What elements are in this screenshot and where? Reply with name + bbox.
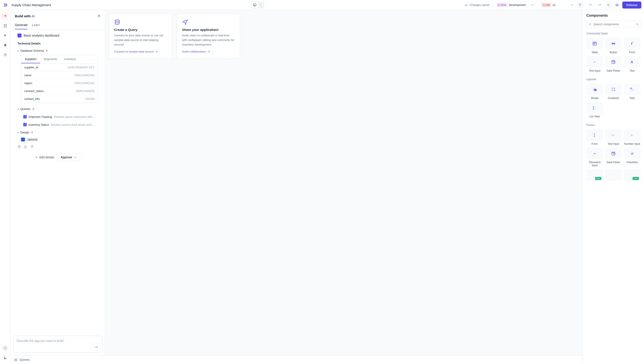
component-new-2[interactable]: New	[624, 169, 640, 181]
checkbox-analytics[interactable]: ✓	[18, 34, 22, 38]
section-commonly-used: Commonly Used	[586, 32, 640, 35]
nav-pages[interactable]	[2, 22, 9, 29]
tab-learn[interactable]: Learn	[32, 21, 40, 29]
copy-icon[interactable]	[18, 145, 21, 148]
section-forms: Forms	[586, 123, 640, 126]
schema-tab-inventory[interactable]: Inventory	[61, 55, 79, 63]
device-toggle	[251, 2, 264, 8]
card-body: Connect to your data source or use our s…	[114, 33, 167, 47]
svg-rect-41	[630, 89, 634, 91]
color-swatch[interactable]	[21, 138, 25, 142]
ai-panel-title: Build with AI	[15, 14, 34, 18]
component-text[interactable]: AText	[624, 56, 640, 72]
component-form-2[interactable]: Form	[586, 129, 603, 146]
preview-button[interactable]	[614, 2, 620, 8]
svg-point-12	[5, 349, 6, 350]
component-date-picker-2[interactable]: Date Picker	[605, 148, 622, 167]
query-item-inventory[interactable]: Inventory Status Monitor current stock l…	[21, 121, 98, 128]
prompt-input[interactable]	[16, 339, 99, 349]
approve-button[interactable]: Approve	[57, 154, 80, 161]
schema-row: contact_infoJSONB	[21, 95, 98, 103]
sparkle-icon: ✦	[32, 107, 34, 110]
save-status: Changes saved	[464, 3, 489, 7]
chevron-down-icon	[570, 4, 573, 6]
invite-collaborators-link[interactable]: Invite collaborators	[182, 50, 234, 53]
tab-generate[interactable]: Generate	[15, 21, 28, 29]
nav-help[interactable]	[2, 345, 9, 352]
thumbs-up-icon[interactable]	[24, 145, 27, 148]
component-button[interactable]: Button	[605, 38, 622, 54]
search-components-input[interactable]	[586, 20, 640, 28]
component-tabs[interactable]: Tabs	[624, 84, 640, 100]
schema-row: nameVARCHAR(255)	[21, 72, 98, 79]
svg-rect-14	[18, 146, 20, 148]
component-new-placeholder[interactable]	[605, 169, 622, 181]
app-logo[interactable]	[3, 2, 8, 8]
svg-rect-39	[630, 88, 632, 89]
component-new-1[interactable]: New	[586, 169, 603, 181]
svg-point-24	[613, 43, 614, 44]
section-layouts: Layouts	[586, 78, 640, 81]
redo-button[interactable]	[596, 2, 603, 8]
component-text-input[interactable]: T..Text Input	[586, 56, 603, 72]
svg-rect-56	[612, 152, 615, 155]
schema-tab-suppliers[interactable]: Suppliers	[21, 55, 40, 63]
queries-toggle[interactable]: ▴ Queries ✦	[18, 106, 98, 112]
release-button[interactable]: Release	[622, 2, 641, 8]
component-table[interactable]: Table	[586, 38, 603, 54]
send-button[interactable]	[93, 344, 100, 350]
connect-sample-link[interactable]: Connect to sample data source	[114, 50, 167, 53]
card-body: Invite users to collaborate in real-time…	[182, 33, 234, 47]
mobile-view-button[interactable]	[258, 2, 264, 8]
checklist-label: Basic analytics dashboard	[24, 34, 59, 37]
svg-point-54	[594, 153, 595, 154]
nav-debug[interactable]	[2, 42, 9, 48]
queries-bar[interactable]: Queries	[10, 355, 583, 364]
close-icon[interactable]: ✕	[97, 14, 100, 18]
component-form[interactable]: IForm	[624, 38, 640, 54]
nav-settings[interactable]	[2, 51, 9, 58]
sparkle-icon: ✦	[31, 131, 33, 134]
queries-label: Queries	[20, 107, 30, 110]
thumbs-down-icon[interactable]	[30, 145, 34, 148]
nav-ai[interactable]	[2, 13, 9, 20]
svg-point-15	[115, 20, 120, 22]
add-details-button[interactable]: Add details	[35, 154, 54, 161]
component-date-picker[interactable]: Date Picker	[605, 56, 622, 72]
nav-inspect[interactable]	[2, 32, 9, 39]
database-schema-toggle[interactable]: ▴ Database Schema ✦	[18, 47, 98, 54]
component-text-input-2[interactable]: T..Text Input	[605, 129, 622, 146]
svg-rect-17	[16, 358, 17, 360]
svg-rect-30	[614, 62, 614, 63]
component-list-view[interactable]: List View	[586, 102, 603, 118]
refresh-button[interactable]	[577, 2, 584, 8]
schema-tab-shipments[interactable]: Shipments	[40, 55, 60, 63]
svg-rect-42	[593, 106, 594, 107]
caret-up-icon: ▴	[18, 50, 18, 52]
svg-point-5	[609, 4, 610, 4]
desktop-view-button[interactable]	[252, 2, 258, 8]
component-checkbox[interactable]: Checkbox	[624, 148, 640, 167]
clear-search-icon[interactable]: ✕	[636, 22, 639, 26]
search-icon	[588, 23, 592, 26]
component-modal[interactable]: Modal	[586, 84, 603, 100]
svg-text:1..: 1..	[631, 134, 633, 136]
undo-button[interactable]	[587, 2, 594, 8]
query-icon	[23, 123, 27, 126]
components-title: Components	[586, 14, 640, 18]
schema-row: contract_statusVARCHAR(50)	[21, 87, 98, 95]
component-number-input[interactable]: 1..Number Input	[624, 129, 640, 146]
component-password-input[interactable]: Password Input	[586, 148, 603, 167]
card-title: Create a Query	[114, 28, 167, 32]
share-button[interactable]	[605, 2, 612, 8]
query-item-shipment[interactable]: Shipment Tracking Retrieve active shipme…	[21, 113, 98, 120]
svg-rect-19	[16, 360, 17, 361]
nav-theme[interactable]	[2, 354, 9, 361]
version-selector[interactable]: ver v1	[541, 3, 573, 7]
environment-selector[interactable]: Env Development	[496, 3, 534, 7]
database-schema-label: Database Schema	[20, 49, 44, 52]
component-container[interactable]: Container	[605, 84, 622, 100]
svg-rect-38	[612, 88, 615, 91]
svg-text:A: A	[631, 60, 633, 64]
design-toggle[interactable]: ▴ Design ✦	[18, 129, 98, 136]
